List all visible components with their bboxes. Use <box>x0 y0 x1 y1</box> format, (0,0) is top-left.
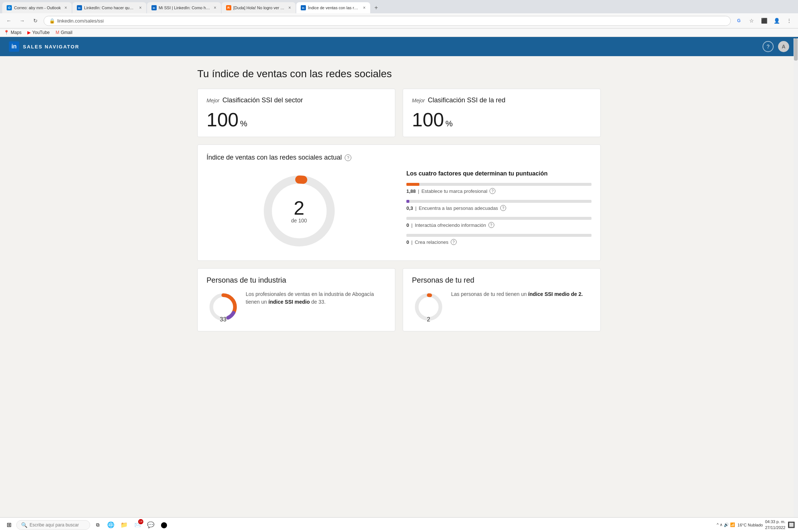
factor-2: 0,3 | Encuentra a las personas adecuadas… <box>406 200 591 211</box>
donut-chart: 2 de 100 <box>259 170 340 252</box>
factor-1-help[interactable]: ? <box>490 188 495 194</box>
network-people-card: Personas de tu red 2 Las personas de tu … <box>403 268 601 331</box>
network-people-score: 2 <box>427 316 430 323</box>
factor-4-label: 0 | Crea relaciones ? <box>406 239 591 245</box>
factor-2-value: 0,3 <box>406 205 413 211</box>
help-button[interactable]: ? <box>763 41 774 52</box>
factor-1-value: 1,88 <box>406 188 416 194</box>
factors-title: Los cuatro factores que determinan tu pu… <box>406 170 591 177</box>
factor-3: 0 | Interactúa ofreciendo información ? <box>406 217 591 228</box>
donut-chart-container: 2 de 100 <box>207 170 392 252</box>
extensions-icon[interactable]: ⬛ <box>759 16 769 26</box>
factor-3-help[interactable]: ? <box>488 222 494 228</box>
gmail-icon: M <box>56 30 59 35</box>
network-card-text: Las personas de tu red tienen un índice … <box>451 290 583 298</box>
sector-ssi-card: Mejor Clasificación SSI del sector 100 % <box>197 89 395 137</box>
sector-percent: % <box>240 119 248 129</box>
tab-label-outlook: Correo: aby mm - Outlook <box>14 6 61 10</box>
ssi-help-icon[interactable]: ? <box>345 154 351 161</box>
network-donut: 2 <box>412 290 445 324</box>
bookmark-star-icon[interactable]: ☆ <box>746 16 757 26</box>
factor-3-value: 0 <box>406 222 409 228</box>
reload-button[interactable]: ↻ <box>30 16 41 26</box>
factor-4: 0 | Crea relaciones ? <box>406 234 591 245</box>
page-title: Tu índice de ventas con las redes social… <box>197 68 601 80</box>
google-search-icon[interactable]: G <box>734 16 744 26</box>
factor-1-text: Establece tu marca profesional <box>422 188 487 194</box>
industry-card-text: Los profesionales de ventas en la indust… <box>246 290 386 306</box>
network-mejor-label: Mejor <box>412 98 425 103</box>
bookmark-maps[interactable]: 📍 Maps <box>4 30 21 35</box>
factor-1-bar-bg <box>406 183 591 186</box>
factor-4-text: Crea relaciones <box>415 239 449 245</box>
ssi-section-title: Índice de ventas con las redes sociales … <box>207 154 342 161</box>
factors-section: Los cuatro factores que determinan tu pu… <box>406 170 591 252</box>
ssi-score-label: de 100 <box>291 218 307 224</box>
tab-outlook[interactable]: O Correo: aby mm - Outlook × <box>2 2 72 13</box>
menu-icon[interactable]: ⋮ <box>784 16 794 26</box>
ssi-top-cards: Mejor Clasificación SSI del sector 100 %… <box>197 89 601 137</box>
gmail-label: Gmail <box>61 30 72 35</box>
ssi-section-header: Índice de ventas con las redes sociales … <box>207 154 591 161</box>
industry-donut: 33 <box>207 290 240 324</box>
linkedin-logo-icon: in <box>9 41 19 52</box>
bookmark-youtube[interactable]: ▶ YouTube <box>27 30 50 35</box>
ssi-score: 2 <box>291 198 307 218</box>
ln-app-title: SALES NAVIGATOR <box>23 44 79 50</box>
address-bar[interactable]: 🔒 linkedin.com/sales/ssi <box>44 16 731 26</box>
tab-close-outlook[interactable]: × <box>65 5 67 10</box>
tab-linkedin1[interactable]: in LinkedIn: Como hacer que tu p... × <box>72 2 146 13</box>
network-percent: % <box>446 119 453 129</box>
factor-1-label: 1,88 | Establece tu marca profesional ? <box>406 188 591 194</box>
sector-mejor-label: Mejor <box>207 98 219 103</box>
forward-button[interactable]: → <box>17 16 27 26</box>
back-button[interactable]: ← <box>4 16 14 26</box>
url-text: linkedin.com/sales/ssi <box>57 18 104 24</box>
sector-card-title: Clasificación SSI del sector <box>222 96 303 104</box>
factor-3-bar-bg <box>406 217 591 220</box>
svg-point-5 <box>417 295 440 319</box>
factor-2-bar <box>406 200 409 203</box>
maps-label: Maps <box>11 30 21 35</box>
browser-scrollbar[interactable] <box>794 38 798 343</box>
ln-logo[interactable]: in SALES NAVIGATOR <box>9 41 79 52</box>
factor-2-help[interactable]: ? <box>500 205 506 211</box>
factor-1: 1,88 | Establece tu marca profesional ? <box>406 183 591 194</box>
tab-favicon-linkedin2: in <box>151 5 157 10</box>
tab-forum[interactable]: R [Duda] Hola! No logro ver mi S... × <box>222 2 296 13</box>
industry-card-title: Personas de tu industria <box>207 276 386 284</box>
factor-4-help[interactable]: ? <box>451 239 457 245</box>
industry-score: 33 <box>220 316 226 323</box>
network-score: 100 <box>412 110 444 129</box>
tab-linkedin2[interactable]: in Mi SSI | LinkedIn: Como hacer ... × <box>147 2 221 13</box>
industry-card-inner: 33 Los profesionales de ventas en la ind… <box>207 290 386 324</box>
new-tab-button[interactable]: + <box>371 2 382 13</box>
factor-2-label: 0,3 | Encuentra a las personas adecuadas… <box>406 205 591 211</box>
network-people-title: Personas de tu red <box>412 276 591 284</box>
profile-icon[interactable]: 👤 <box>771 16 782 26</box>
tab-favicon-outlook: O <box>7 5 12 10</box>
youtube-label: YouTube <box>32 30 50 35</box>
tab-ssi-active[interactable]: in Índice de ventas con las redes s... × <box>296 2 370 13</box>
tab-label-linkedin1: LinkedIn: Como hacer que tu p... <box>84 6 136 10</box>
tab-favicon-forum: R <box>226 5 231 10</box>
tab-close-forum[interactable]: × <box>289 5 291 10</box>
donut-center: 2 de 100 <box>291 198 307 224</box>
scrollbar-thumb[interactable] <box>794 38 798 61</box>
help-icon: ? <box>767 44 770 50</box>
user-avatar[interactable]: A <box>778 41 789 52</box>
tab-label-forum: [Duda] Hola! No logro ver mi S... <box>233 6 285 10</box>
bookmark-gmail[interactable]: M Gmail <box>56 30 72 35</box>
tab-favicon-ssi: in <box>301 5 306 10</box>
factor-3-text: Interactúa ofreciendo información <box>415 222 486 228</box>
factor-1-bar <box>406 183 419 186</box>
factor-4-value: 0 <box>406 239 409 245</box>
ln-header: in SALES NAVIGATOR ? A <box>0 37 798 56</box>
tab-close-linkedin2[interactable]: × <box>214 5 216 10</box>
factor-2-bar-bg <box>406 200 591 203</box>
factor-2-text: Encuentra a las personas adecuadas <box>419 205 498 211</box>
tab-close-linkedin1[interactable]: × <box>139 5 142 10</box>
network-ssi-card: Mejor Clasificación SSI de la red 100 % <box>403 89 601 137</box>
ssi-main-inner: 2 de 100 Los cuatro factores que determi… <box>207 170 591 252</box>
tab-close-ssi[interactable]: × <box>363 5 366 10</box>
